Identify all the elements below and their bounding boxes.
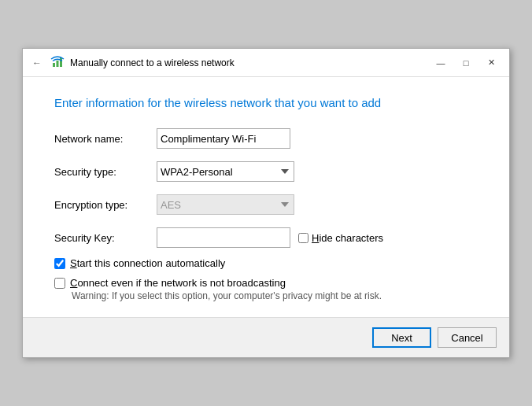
svg-rect-0 (53, 63, 55, 67)
cancel-button[interactable]: Cancel (438, 327, 497, 348)
security-type-row: Security type: No authentication (Open) … (54, 161, 478, 182)
auto-connect-label[interactable]: Start this connection automatically (70, 257, 225, 269)
broadcast-checkbox[interactable] (54, 278, 65, 289)
network-name-label: Network name: (54, 133, 157, 145)
network-name-input[interactable] (157, 128, 290, 149)
hide-chars-underline: Hide characters (312, 232, 383, 244)
encryption-type-control: AES TKIP (157, 194, 294, 215)
checkboxes-section: Start this connection automatically Conn… (54, 257, 478, 301)
window-title: Manually connect to a wireless network (70, 57, 235, 68)
main-window: ← Manually connect to a wireless network… (22, 48, 510, 358)
broadcast-row: Connect even if the network is not broad… (54, 277, 478, 289)
encryption-type-row: Encryption type: AES TKIP (54, 194, 478, 215)
network-name-control (157, 128, 290, 149)
security-type-control: No authentication (Open) WPA2-Personal W… (157, 161, 294, 182)
content-area: Enter information for the wireless netwo… (23, 77, 509, 317)
encryption-type-select[interactable]: AES TKIP (157, 194, 294, 215)
security-type-label: Security type: (54, 166, 157, 178)
hide-characters-checkbox[interactable] (298, 233, 308, 243)
svg-rect-2 (60, 57, 62, 67)
hide-chars-area: Hide characters (298, 232, 383, 244)
security-key-control: Hide characters (157, 227, 383, 248)
auto-connect-row: Start this connection automatically (54, 257, 478, 269)
network-icon (50, 54, 65, 72)
back-button[interactable]: ← (29, 55, 45, 71)
security-key-row: Security Key: Hide characters (54, 227, 478, 248)
footer: Next Cancel (23, 317, 509, 357)
maximize-button[interactable]: □ (454, 54, 478, 72)
svg-rect-1 (57, 61, 59, 67)
security-key-input[interactable] (157, 227, 290, 248)
page-title: Enter information for the wireless netwo… (54, 96, 478, 109)
encryption-type-label: Encryption type: (54, 199, 157, 211)
form-section: Network name: Security type: No authenti… (54, 128, 478, 248)
close-button[interactable]: ✕ (479, 54, 503, 72)
next-button[interactable]: Next (372, 327, 431, 348)
security-type-select[interactable]: No authentication (Open) WPA2-Personal W… (157, 161, 294, 182)
window-controls: — □ ✕ (429, 54, 503, 72)
auto-connect-checkbox[interactable] (54, 258, 65, 269)
minimize-button[interactable]: — (429, 54, 453, 72)
title-bar-left: ← Manually connect to a wireless network (29, 54, 235, 72)
security-key-label: Security Key: (54, 232, 157, 244)
broadcast-section: Connect even if the network is not broad… (54, 277, 478, 301)
warning-text: Warning: If you select this option, your… (72, 290, 478, 301)
hide-characters-label[interactable]: Hide characters (312, 232, 383, 244)
broadcast-label[interactable]: Connect even if the network is not broad… (70, 277, 286, 289)
network-name-row: Network name: (54, 128, 478, 149)
title-bar: ← Manually connect to a wireless network… (23, 49, 509, 77)
